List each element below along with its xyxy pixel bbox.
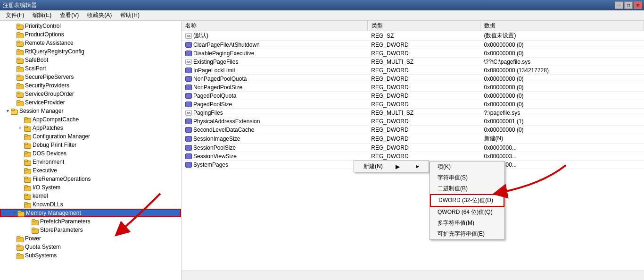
reg-data-cell: (数值未设置) [480,31,644,41]
folder-icon [24,116,31,123]
context-menu[interactable]: 新建(N) ▶ 项(K)字符串值(S)二进制值(B)DWORD (32-位)值(… [354,161,429,172]
table-row[interactable]: abExistingPageFilesREG_MULTI_SZ\??\C:\pa… [182,58,644,66]
reg-type-icon [185,51,192,56]
tree-label: ServiceGroupOrder [25,91,74,97]
tree-label: Environment [33,159,64,165]
tree-item[interactable]: Executive [0,166,181,175]
tree-item[interactable]: Quota System [0,243,181,251]
tree-item[interactable]: SafeBoot [0,56,181,64]
tree-item[interactable]: StoreParameters [0,226,181,234]
tree-item[interactable]: Configuration Manager [0,132,181,141]
table-row[interactable]: IoPageLockLimitREG_DWORD0x08000000 (1342… [182,66,644,75]
tree-item[interactable]: AppCompatCache [0,115,181,124]
reg-data-cell: 0x00000000 (0) [480,75,644,83]
menu-item-文件F[interactable]: 文件(F) [2,10,28,20]
tree-item[interactable]: Environment [0,158,181,166]
tree-item[interactable]: RtlQueryRegistryConfig [0,47,181,56]
submenu-item[interactable]: DWORD (32-位)值(D) [430,194,504,207]
title-controls: — □ ✕ [615,1,642,9]
table-row[interactable]: PhysicalAddressExtensionREG_DWORD0x00000… [182,117,644,126]
expand-arrow[interactable]: > [19,126,24,130]
maximize-button[interactable]: □ [624,1,633,9]
menu-item-收藏夹A[interactable]: 收藏夹(A) [83,10,116,20]
reg-data-cell: 0x0000000... [480,144,644,152]
close-button[interactable]: ✕ [634,1,642,9]
submenu-item[interactable]: 项(K) [430,161,504,172]
menu-item-查看V[interactable]: 查看(V) [56,10,83,20]
reg-data-cell: 0x0000003... [480,152,644,161]
tree-item[interactable]: ProductOptions [0,30,181,39]
tree-item[interactable]: Debug Print Filter [0,141,181,149]
tree-label: KnownDLLs [33,201,63,208]
submenu-item[interactable]: 字符串值(S) [430,172,504,183]
table-row[interactable]: SessionViewSizeREG_DWORD0x0000003... [182,152,644,161]
sub-menu[interactable]: 项(K)字符串值(S)二进制值(B)DWORD (32-位)值(D)QWORD … [429,161,505,240]
reg-type-icon [185,85,192,90]
table-row[interactable]: ClearPageFileAtShutdownREG_DWORD0x000000… [182,41,644,49]
table-row[interactable]: PagedPoolSizeREG_DWORD0x00000000 (0) [182,100,644,109]
tree-item[interactable]: ServiceProvider [0,98,181,107]
folder-icon [31,218,39,225]
reg-type-cell: REG_SZ [367,31,480,41]
table-row[interactable]: SecondLevelDataCacheREG_DWORD0x00000000 … [182,126,644,134]
menu-item-编辑E[interactable]: 编辑(E) [29,10,55,20]
folder-icon [17,210,25,216]
tree-item[interactable]: ▼Session Manager [0,107,181,115]
tree-item[interactable]: ServiceGroupOrder [0,90,181,98]
table-row[interactable]: NonPagedPoolQuotaREG_DWORD0x00000000 (0) [182,75,644,83]
tree-item[interactable]: ScsiPort [0,64,181,73]
reg-data-cell: ?:\pagefile.sys [480,109,644,117]
tree-item[interactable]: Remote Assistance [0,39,181,47]
table-row[interactable]: SessionPoolSizeREG_DWORD0x0000000... [182,144,644,152]
menu-item-帮助H[interactable]: 帮助(H) [116,10,143,20]
folder-icon [24,184,31,191]
folder-icon [31,227,39,233]
tree-item[interactable]: ▼Memory Management [0,209,181,217]
status-bar [182,271,644,280]
title-bar: 注册表编辑器 — □ ✕ [0,0,644,10]
reg-type-cell: REG_DWORD [367,75,480,83]
reg-type-icon: ab [185,59,192,65]
reg-type-cell: REG_DWORD [367,100,480,109]
tree-label: StoreParameters [40,227,83,233]
reg-name-cell: abPagingFiles [182,109,367,117]
submenu-item[interactable]: 可扩充字符串值(E) [430,229,504,239]
tree-item[interactable]: FileRenameOperations [0,175,181,183]
tree-item[interactable]: >AppPatches [0,124,181,132]
registry-table-area[interactable]: 名称 类型 数据 ab(默认)REG_SZ(数值未设置)ClearPageFil… [182,21,644,271]
table-row[interactable]: PagedPoolQuotaREG_DWORD0x00000000 (0) [182,92,644,100]
expand-arrow[interactable]: ▼ [12,211,17,215]
tree-item[interactable]: PrefetchParameters [0,217,181,226]
submenu-item[interactable]: 二进制值(B) [430,183,504,194]
table-row[interactable]: abPagingFilesREG_MULTI_SZ?:\pagefile.sys [182,109,644,117]
reg-data-cell: 0x00000000 (0) [480,100,644,109]
reg-data-cell: 0x00000000 (0) [480,41,644,49]
reg-type-cell: REG_DWORD [367,117,480,126]
tree-item[interactable]: SecurePipeServers [0,73,181,81]
table-row[interactable]: DisablePagingExecutiveREG_DWORD0x0000000… [182,49,644,58]
tree-label: DOS Devices [33,150,66,157]
tree-item[interactable]: SubSystems [0,251,181,260]
folder-icon [16,82,24,89]
tree-item[interactable]: DOS Devices [0,149,181,158]
submenu-item[interactable]: 多字符串值(M) [430,218,504,229]
tree-item[interactable]: KnownDLLs [0,200,181,209]
folder-icon [24,125,31,131]
reg-type-cell: REG_DWORD [367,41,480,49]
tree-item[interactable]: I/O System [0,183,181,192]
tree-content[interactable]: PriorityControlProductOptionsRemote Assi… [0,21,181,280]
minimize-button[interactable]: — [615,1,623,9]
table-row[interactable]: SessionImageSizeREG_DWORD新建(N) [182,134,644,144]
tree-item[interactable]: SecurityProviders [0,81,181,90]
tree-item[interactable]: kernel [0,192,181,200]
tree-label: PriorityControl [25,23,61,29]
tree-item[interactable]: Power [0,234,181,243]
submenu-item[interactable]: QWORD (64 位)值(Q) [430,207,504,218]
new-menu-item[interactable]: 新建(N) ▶ 项(K)字符串值(S)二进制值(B)DWORD (32-位)值(… [354,161,429,172]
folder-icon [16,57,24,63]
expand-arrow[interactable]: ▼ [6,109,10,113]
table-row[interactable]: NonPagedPoolSizeREG_DWORD0x00000000 (0) [182,83,644,92]
reg-data-cell: 0x08000000 (134217728) [480,66,644,75]
tree-item[interactable]: PriorityControl [0,22,181,30]
table-row[interactable]: ab(默认)REG_SZ(数值未设置) [182,31,644,41]
